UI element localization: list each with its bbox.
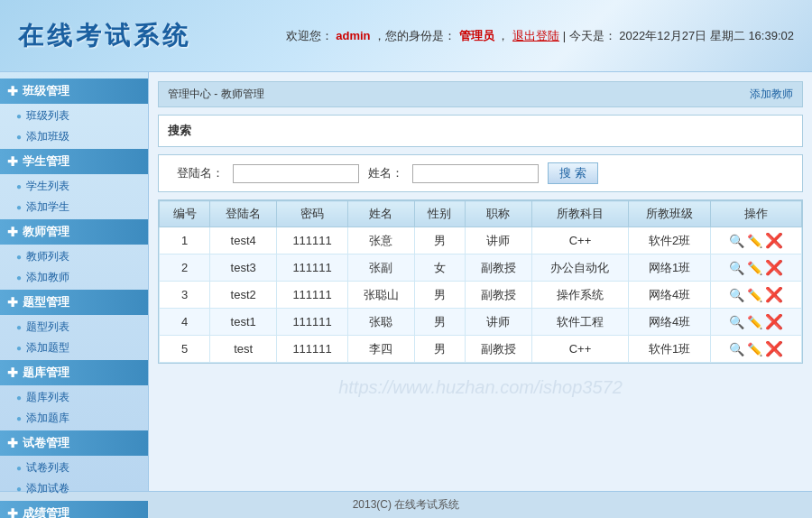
date-prefix: | 今天是： (563, 29, 616, 42)
sidebar-item-label: 添加题型 (26, 340, 69, 356)
sidebar-item-add-qtype[interactable]: ● 添加题型 (0, 338, 148, 358)
edit-icon[interactable]: ✏️ (747, 315, 762, 329)
col-header-subject: 所教科目 (531, 201, 629, 227)
edit-icon[interactable]: ✏️ (747, 234, 762, 248)
sidebar-item-qtype-list[interactable]: ● 题型列表 (0, 317, 148, 338)
cell-login: test1 (210, 309, 277, 336)
plus-icon: ✚ (7, 506, 18, 518)
search-button[interactable]: 搜 索 (548, 162, 598, 184)
cell-login: test2 (210, 282, 277, 309)
edit-icon[interactable]: ✏️ (747, 288, 762, 302)
sidebar-item-add-qbank[interactable]: ● 添加题库 (0, 408, 148, 429)
cell-subject: C++ (531, 227, 629, 254)
plus-icon: ✚ (7, 225, 18, 239)
role-prefix: ，您的身份是： (374, 29, 456, 42)
view-icon[interactable]: 🔍 (729, 261, 744, 275)
col-header-login: 登陆名 (210, 201, 277, 227)
cell-gender: 男 (414, 336, 465, 363)
cell-subject: C++ (531, 336, 629, 363)
sidebar-item-label: 题库列表 (26, 390, 69, 405)
bullet-icon: ● (16, 202, 22, 212)
delete-icon[interactable]: ❌ (765, 232, 783, 249)
sidebar-item-student-list[interactable]: ● 学生列表 (0, 176, 148, 197)
welcome-prefix: 欢迎您： (286, 29, 333, 42)
sidebar-section-teacher-mgmt[interactable]: ✚ 教师管理 (0, 219, 148, 245)
sidebar-section-label: 班级管理 (23, 83, 69, 99)
col-header-title: 职称 (466, 201, 532, 227)
separator: ， (497, 29, 509, 42)
table-wrapper: 编号 登陆名 密码 姓名 性别 职称 所教科目 所教班级 操作 1 test4 … (158, 199, 803, 364)
sidebar-section-label: 试卷管理 (23, 435, 69, 451)
login-name-input[interactable] (233, 164, 359, 183)
datetime: 2022年12月27日 星期二 16:39:02 (619, 29, 794, 42)
sidebar-item-add-teacher[interactable]: ● 添加教师 (0, 267, 148, 288)
cell-actions: 🔍 ✏️ ❌ (710, 227, 801, 254)
cell-id: 3 (160, 282, 210, 309)
sidebar-section-label: 题库管理 (23, 365, 69, 381)
edit-icon[interactable]: ✏️ (747, 261, 762, 275)
sidebar-item-add-student[interactable]: ● 添加学生 (0, 197, 148, 217)
cell-title: 讲师 (466, 227, 532, 254)
cell-title: 副教授 (466, 336, 532, 363)
view-icon[interactable]: 🔍 (729, 315, 744, 329)
logout-link[interactable]: 退出登陆 (512, 29, 559, 42)
sidebar-item-label: 题型列表 (26, 319, 69, 335)
sidebar-section-qtype-mgmt[interactable]: ✚ 题型管理 (0, 290, 148, 315)
site-title: 在线考试系统 (18, 19, 191, 53)
cell-gender: 女 (414, 254, 465, 282)
cell-actions: 🔍 ✏️ ❌ (710, 254, 801, 282)
sidebar-item-class-list[interactable]: ● 班级列表 (0, 106, 148, 126)
sidebar-item-qbank-list[interactable]: ● 题库列表 (0, 387, 148, 408)
view-icon[interactable]: 🔍 (729, 288, 744, 302)
sidebar-section-class-mgmt[interactable]: ✚ 班级管理 (0, 79, 148, 104)
search-label: 搜索 (158, 115, 803, 147)
delete-icon[interactable]: ❌ (765, 313, 783, 330)
cell-gender: 男 (414, 309, 465, 336)
last-name-label: 姓名： (368, 165, 403, 181)
delete-icon[interactable]: ❌ (765, 259, 783, 276)
view-icon[interactable]: 🔍 (729, 234, 744, 248)
bullet-icon: ● (16, 393, 22, 402)
sidebar-item-add-class[interactable]: ● 添加班级 (0, 126, 148, 147)
add-teacher-button[interactable]: 添加教师 (750, 87, 793, 102)
sidebar-section-exam-mgmt[interactable]: ✚ 试卷管理 (0, 430, 148, 456)
cell-title: 副教授 (466, 282, 532, 309)
cell-gender: 男 (414, 227, 465, 254)
cell-id: 1 (160, 227, 210, 254)
plus-icon: ✚ (7, 436, 18, 450)
bullet-icon: ● (16, 463, 22, 473)
view-icon[interactable]: 🔍 (729, 342, 744, 356)
plus-icon: ✚ (7, 295, 18, 310)
sidebar-item-exam-list[interactable]: ● 试卷列表 (0, 458, 148, 478)
cell-subject: 办公自动化 (531, 254, 629, 282)
sidebar-item-label: 试卷列表 (26, 460, 69, 476)
sidebar-section-student-mgmt[interactable]: ✚ 学生管理 (0, 149, 148, 174)
sidebar-item-add-exam[interactable]: ● 添加试卷 (0, 478, 148, 499)
sidebar-item-label: 班级列表 (26, 108, 69, 124)
watermark: https://www.huzhan.com/ishop3572 (158, 364, 803, 412)
sidebar-section-score-mgmt[interactable]: ✚ 成绩管理 (0, 501, 148, 518)
last-name-input[interactable] (412, 164, 539, 183)
sidebar-item-teacher-list[interactable]: ● 教师列表 (0, 246, 148, 267)
sidebar-item-label: 学生列表 (26, 179, 69, 194)
plus-icon: ✚ (7, 84, 18, 98)
edit-icon[interactable]: ✏️ (747, 342, 762, 356)
cell-name: 张副 (348, 254, 415, 282)
sidebar-section-label: 题型管理 (23, 294, 69, 310)
delete-icon[interactable]: ❌ (765, 286, 783, 303)
cell-login: test (210, 336, 277, 363)
cell-name: 张聪 (348, 309, 415, 336)
bullet-icon: ● (16, 252, 22, 262)
main-layout: ✚ 班级管理 ● 班级列表 ● 添加班级 ✚ 学生管理 ● 学生列表 ● 添加学… (0, 72, 812, 491)
delete-icon[interactable]: ❌ (765, 340, 783, 357)
cell-name: 张聪山 (348, 282, 415, 309)
cell-id: 4 (160, 309, 210, 336)
col-header-pwd: 密码 (276, 201, 347, 227)
sidebar-item-label: 添加教师 (26, 270, 69, 285)
login-name-label: 登陆名： (177, 165, 224, 181)
sidebar-section-qbank-mgmt[interactable]: ✚ 题库管理 (0, 360, 148, 385)
table-row: 3 test2 111111 张聪山 男 副教授 操作系统 网络4班 🔍 ✏️ … (160, 282, 802, 309)
col-header-gender: 性别 (414, 201, 465, 227)
bullet-icon: ● (16, 343, 22, 353)
bullet-icon: ● (16, 273, 22, 282)
